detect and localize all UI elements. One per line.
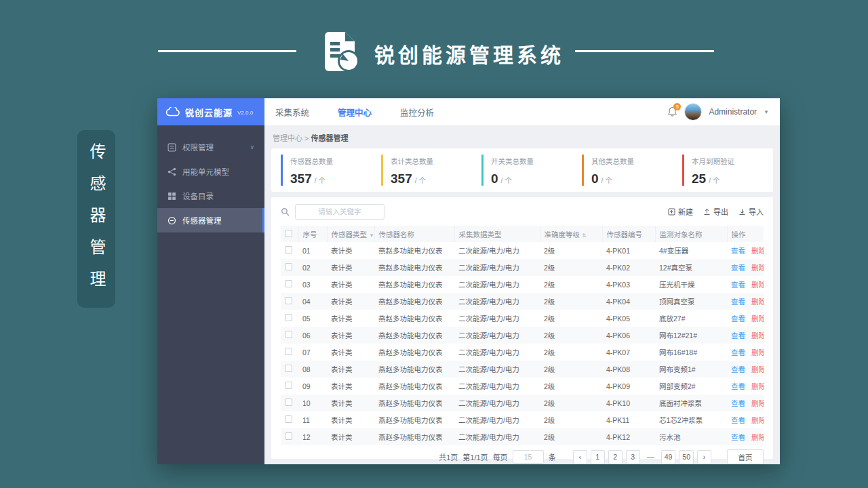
page-title: 锐创能源管理系统 [374,39,564,68]
delete-link[interactable]: 删除 [751,365,764,373]
sidebar-item-0[interactable]: 权限管理∨ [157,135,264,159]
delete-link[interactable]: 删除 [751,281,764,289]
nav-tab-0[interactable]: 采集系统 [275,106,309,119]
delete-link[interactable]: 删除 [751,314,764,323]
view-link[interactable]: 查看 [731,365,745,373]
row-checkbox[interactable] [285,399,292,406]
page-button-49[interactable]: 49 [661,450,676,464]
row-checkbox[interactable] [285,263,292,270]
row-checkbox[interactable] [285,415,292,423]
stat-card-4: 本月到期验证25/ 个 [682,155,773,186]
table-toolbar: 新建导出导入 [281,203,764,220]
cell-no: 08 [298,361,327,378]
filter-icon[interactable]: ▼ [369,232,374,239]
delete-link[interactable]: 删除 [751,247,764,255]
page-button-50[interactable]: 50 [679,450,694,464]
delete-link[interactable]: 删除 [751,382,764,390]
row-checkbox[interactable] [285,365,292,372]
row-checkbox[interactable] [285,348,292,355]
delete-link[interactable]: 删除 [751,399,764,407]
delete-link[interactable]: 删除 [751,416,764,424]
delete-link[interactable]: 删除 [751,331,764,340]
cell-target: 顶网真空泵 [655,293,727,310]
column-header: 采集数据类型 [454,226,540,242]
row-checkbox[interactable] [285,331,292,338]
cell-no: 12 [298,428,327,445]
stat-value: 0/ 个 [491,171,572,186]
row-checkbox[interactable] [285,314,292,321]
cell-target: 网布变频1# [655,361,727,378]
side-badge: 传感器管理 [77,130,115,308]
cloud-icon [165,107,180,117]
column-header: 准确度等级⇅ [540,226,602,242]
avatar[interactable] [684,103,702,121]
import-button[interactable]: 导入 [738,206,764,217]
row-checkbox[interactable] [285,297,292,304]
cell-data-type: 二次能源/电力/电力 [454,242,540,259]
per-page-input[interactable] [513,450,544,464]
main-area: 采集系统管理中心监控分析 5 Administrator ▼ 管理中心 > 传感… [264,98,780,464]
row-checkbox[interactable] [285,382,292,389]
delete-link[interactable]: 删除 [751,433,764,441]
cell-data-type: 二次能源/电力/电力 [454,411,540,428]
view-link[interactable]: 查看 [731,416,745,424]
delete-link[interactable]: 删除 [751,348,764,357]
view-link[interactable]: 查看 [731,247,745,255]
select-all-checkbox[interactable] [285,230,292,237]
cell-target: 网部变频2# [655,378,727,394]
cell-type: 表计类 [327,327,374,344]
export-button[interactable]: 导出 [703,206,728,217]
view-link[interactable]: 查看 [731,433,745,441]
nav-tab-1[interactable]: 管理中心 [338,106,372,119]
sidebar-item-1[interactable]: 用能单元模型 [157,159,264,184]
stat-value: 357/ 个 [391,171,472,186]
cell-no: 02 [298,259,327,276]
cell-type: 表计类 [327,361,374,378]
view-link[interactable]: 查看 [731,264,745,272]
cell-accuracy: 2级 [540,327,602,344]
content-area: 管理中心 > 传感器管理 传感器总数量357/ 个表计类总数量357/ 个开关类… [264,125,780,464]
view-link[interactable]: 查看 [731,348,745,357]
import-icon [738,208,746,216]
cell-no: 10 [298,394,327,411]
next-page-button[interactable]: › [697,450,711,464]
sidebar-item-3[interactable]: 传感器管理 [157,208,264,232]
sidebar-item-2[interactable]: 设备目录 [157,184,264,208]
user-menu-caret-icon[interactable]: ▼ [764,109,769,115]
cell-code: 4-PK04 [602,293,655,310]
nav-tab-2[interactable]: 监控分析 [400,106,434,119]
row-checkbox[interactable] [285,246,292,253]
chevron-down-icon: ∨ [250,144,254,150]
search-input[interactable] [295,204,384,220]
notification-bell-icon[interactable]: 5 [667,106,677,117]
view-link[interactable]: 查看 [731,314,745,323]
sensor-icon [167,216,176,225]
prev-page-button[interactable]: ‹ [573,450,587,464]
page-button-1[interactable]: 1 [591,450,605,464]
row-checkbox[interactable] [285,280,292,287]
page-button-2[interactable]: 2 [608,450,623,464]
notification-badge: 5 [673,103,681,110]
view-link[interactable]: 查看 [731,281,745,289]
cell-no: 05 [298,310,327,327]
view-link[interactable]: 查看 [731,331,745,340]
breadcrumb-parent[interactable]: 管理中心 [273,134,302,142]
export-icon [703,208,711,216]
delete-link[interactable]: 删除 [751,264,764,272]
stat-unit: / 个 [315,176,326,184]
row-checkbox[interactable] [285,432,292,440]
delete-link[interactable]: 删除 [751,298,764,306]
topbar-tabs: 采集系统管理中心监控分析 [275,106,462,119]
cell-name: 燕赵多功能电力仪表 [374,411,454,428]
table-row: 09表计类燕赵多功能电力仪表二次能源/电力/电力2级4-PK09网部变频2#查看… [281,378,764,394]
page-button-3[interactable]: 3 [626,450,640,464]
cell-data-type: 二次能源/电力/电力 [454,276,540,293]
cell-target: 12#真空泵 [655,259,727,276]
view-link[interactable]: 查看 [731,298,745,306]
home-page-button[interactable]: 首页 [727,449,764,464]
view-link[interactable]: 查看 [731,382,745,390]
cell-type: 表计类 [327,411,374,428]
new-button[interactable]: 新建 [668,206,693,217]
sort-icon[interactable]: ⇅ [582,232,587,239]
view-link[interactable]: 查看 [731,399,745,407]
